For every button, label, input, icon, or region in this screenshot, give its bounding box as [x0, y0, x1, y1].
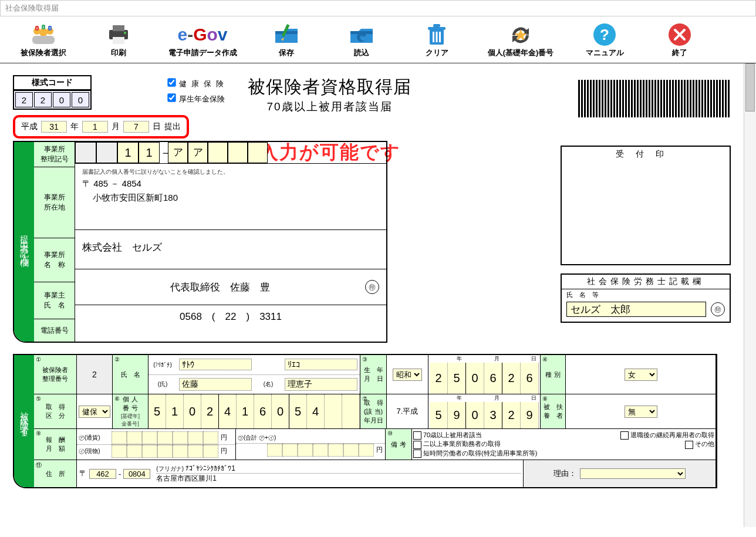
right-side: 受付印 社会保険労務士記載欄 氏 名 等 ㊞: [561, 146, 731, 323]
folder-pencil-icon: [273, 21, 300, 48]
seal-mark-icon: ㊞: [711, 302, 725, 316]
kana-sei-input[interactable]: ｻﾄｳ: [179, 359, 252, 370]
salary-a-input[interactable]: [112, 431, 218, 444]
close-icon: [667, 21, 692, 48]
day-input[interactable]: 7: [123, 121, 149, 133]
insured-tab: 被保険者１: [14, 355, 34, 487]
form-title-sub: 70歳以上被用者該当届: [248, 99, 411, 114]
remark-cb-5[interactable]: [685, 441, 693, 449]
insurance-checks: 健康保険 厚生年金保険: [166, 76, 228, 107]
era-label: 平成: [21, 121, 38, 132]
year-input[interactable]: 31: [41, 121, 67, 133]
type-select[interactable]: 女: [625, 369, 657, 381]
scroll-thumb[interactable]: [745, 63, 755, 112]
sr-name-input[interactable]: [566, 302, 706, 317]
select-insured-button[interactable]: 213 被保険者選択: [8, 21, 79, 58]
save-button[interactable]: 保存: [251, 21, 322, 58]
kanji-sei-input[interactable]: 佐藤: [179, 378, 252, 391]
kana-mei-input[interactable]: ﾘｴｺ: [285, 359, 357, 370]
owner-name: 代表取締役 佐藤 豊: [82, 281, 358, 294]
dependent-select[interactable]: 無: [625, 406, 657, 418]
addr-kana-input[interactable]: ﾅｺﾞﾔｼﾆｼｸｶﾁｶﾞﾜ1: [185, 464, 235, 472]
office-regno-kana: ア ア: [168, 142, 386, 163]
form-code-digit: 2: [15, 92, 33, 107]
svg-text:?: ?: [600, 26, 609, 43]
window-title: 社会保険取得届: [0, 0, 756, 16]
submit-date-box: 平成 31 年 1 月 7 日 提出: [13, 115, 189, 139]
submitter-labels: 事業所 整理記号 事業所 所在地 事業所 名 称 事業主 氏 名 電話番号: [34, 142, 75, 342]
form-code-label: 様式コード: [13, 75, 92, 90]
manual-button[interactable]: ? マニュアル: [569, 21, 640, 58]
sr-label: 氏 名 等: [562, 289, 730, 300]
form-code-digit: 2: [34, 92, 52, 107]
salary-total: ㋒(合計 ㋐+㋑) 円: [236, 433, 385, 457]
form-code-box: 様式コード 2 2 0 0: [13, 75, 92, 110]
svg-rect-23: [439, 32, 441, 42]
sr-box: 社会保険労務士記載欄 氏 名 等 ㊞: [561, 273, 731, 323]
close-button[interactable]: 終了: [644, 21, 715, 58]
svg-rect-11: [113, 25, 124, 31]
insured-address: 〒 462 - 0804 (フリガナ) ﾅｺﾞﾔｼﾆｼｸｶﾁｶﾞﾜ1 名古屋市西…: [77, 463, 523, 485]
reason-row: 理由：: [550, 468, 689, 479]
salary-b-input[interactable]: [112, 445, 218, 458]
form-code-digit: 0: [53, 92, 70, 107]
toolbar: 213 被保険者選択 印刷 e-Gov 電子申請データ作成 保存 読込 クリア …: [0, 16, 756, 63]
remark-cb-3[interactable]: [413, 450, 421, 458]
help-icon: ?: [592, 21, 617, 48]
remarks: 70歳以上被用者該当退職後の継続再雇用者の取得 二以上事業所勤務者の取得その他 …: [412, 430, 716, 458]
trash-icon: [425, 21, 448, 48]
svg-rect-20: [433, 24, 440, 27]
svg-point-2: [39, 28, 48, 36]
insured-block: 被保険者１ ①被保険者整理番号 2 ②氏 名 (ﾌﾘｶﾞﾅ)ｻﾄｳﾘｴｺ (氏)…: [13, 354, 717, 488]
kosei-checkbox[interactable]: [167, 93, 176, 102]
dob-digits[interactable]: 25 06 26: [430, 363, 539, 394]
kenpo-checkbox[interactable]: [167, 78, 176, 86]
star-refresh-icon: [508, 21, 534, 48]
submitter-block: 提出者記入欄 事業所 整理記号 事業所 所在地 事業所 名 称 事業主 氏 名 …: [13, 141, 387, 343]
load-button[interactable]: 読込: [326, 21, 397, 58]
dob-era-select[interactable]: 昭和: [393, 369, 422, 381]
acq-digits[interactable]: 59 03 29: [430, 402, 539, 428]
remark-cb-2[interactable]: [413, 441, 421, 449]
vertical-scrollbar[interactable]: [744, 63, 756, 527]
office-name: 株式会社 セルズ: [75, 230, 386, 269]
remark-cb-1[interactable]: [413, 431, 421, 440]
receipt-stamp-box: 受付印: [561, 146, 731, 265]
egov-logo-icon: e-Gov: [177, 21, 227, 48]
acq-era: 7.平成: [387, 394, 428, 428]
salary-c-input[interactable]: [267, 444, 374, 457]
month-input[interactable]: 1: [82, 121, 108, 133]
office-regno: 1 1 －: [75, 142, 168, 163]
form-title: 被保険者資格取得届 70歳以上被用者該当届: [248, 75, 411, 114]
pension-number-button[interactable]: 個人(基礎年金)番号: [477, 21, 565, 58]
submitter-fields: 1 1 － ア ア 届書記入の個人番号に誤りがないことを確認しました。 〒 48…: [75, 142, 386, 342]
svg-rect-22: [436, 32, 438, 42]
svg-rect-3: [32, 36, 55, 44]
seal-mark-icon: ㊞: [365, 280, 379, 294]
addr-text-input[interactable]: 名古屋市西区勝川1: [156, 474, 521, 484]
kanji-mei-input[interactable]: 理恵子: [285, 378, 357, 391]
print-button[interactable]: 印刷: [83, 21, 154, 58]
svg-point-13: [124, 32, 126, 34]
owner-name-row: 代表取締役 佐藤 豊 ㊞: [75, 269, 386, 305]
svg-rect-19: [428, 27, 446, 30]
barcode: [578, 80, 731, 117]
egov-button[interactable]: e-Gov 電子申請データ作成: [158, 21, 247, 58]
sr-header: 社会保険労務士記載欄: [562, 275, 730, 289]
remark-cb-4[interactable]: [620, 431, 629, 440]
division-select[interactable]: 健保・厚年: [79, 406, 110, 418]
clear-button[interactable]: クリア: [401, 21, 472, 58]
salary-ab: ㋐(通貨)円 ㋑(現物)円: [77, 431, 235, 458]
people-icon: 213: [30, 21, 57, 48]
svg-rect-12: [113, 37, 124, 44]
form-title-main: 被保険者資格取得届: [248, 75, 411, 99]
seq-no: 2: [77, 355, 113, 394]
mynumber-digits[interactable]: 5102 4160 54: [148, 394, 360, 428]
zip2-input[interactable]: 0804: [123, 469, 150, 479]
zip1-input[interactable]: 462: [89, 469, 116, 479]
name-cell: (ﾌﾘｶﾞﾅ)ｻﾄｳﾘｴｺ (氏)佐藤(名)理恵子: [148, 355, 360, 394]
svg-rect-21: [433, 32, 434, 42]
reason-select[interactable]: [580, 468, 686, 479]
form-code-digit: 0: [72, 92, 89, 107]
office-tel: 0568 ( 22 ) 3311: [75, 305, 386, 328]
